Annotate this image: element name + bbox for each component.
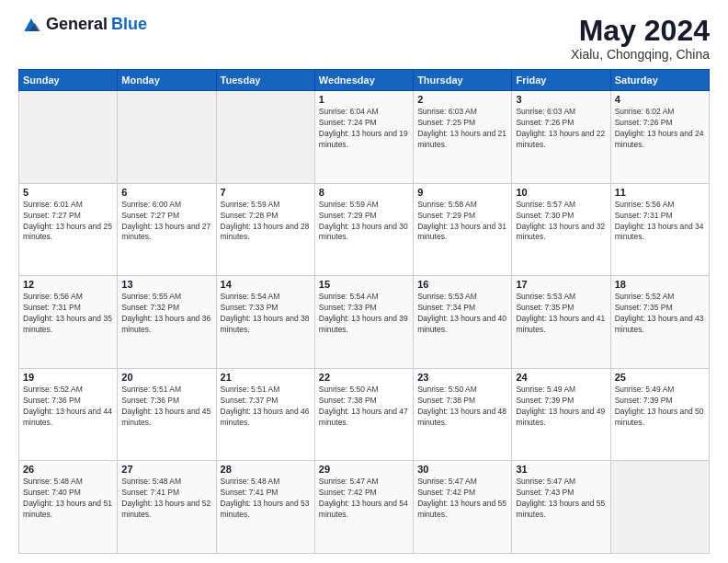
calendar-week-2: 5 Sunrise: 6:01 AMSunset: 7:27 PMDayligh… xyxy=(19,183,710,276)
day-info: Sunrise: 6:03 AMSunset: 7:25 PMDaylight:… xyxy=(417,107,506,149)
calendar-cell xyxy=(19,91,118,184)
calendar-cell: 31 Sunrise: 5:47 AMSunset: 7:43 PMDaylig… xyxy=(512,461,610,554)
day-number: 16 xyxy=(417,279,507,290)
day-number: 22 xyxy=(319,372,409,383)
day-info: Sunrise: 5:55 AMSunset: 7:32 PMDaylight:… xyxy=(121,292,210,334)
day-info: Sunrise: 5:51 AMSunset: 7:37 PMDaylight:… xyxy=(221,385,310,427)
location: Xialu, Chongqing, China xyxy=(571,47,710,62)
day-number: 1 xyxy=(319,94,409,105)
day-number: 8 xyxy=(319,187,409,198)
calendar-cell xyxy=(216,91,314,184)
day-number: 18 xyxy=(615,279,705,290)
day-info: Sunrise: 5:54 AMSunset: 7:33 PMDaylight:… xyxy=(221,292,310,334)
calendar-cell: 7 Sunrise: 5:59 AMSunset: 7:28 PMDayligh… xyxy=(216,183,314,276)
day-info: Sunrise: 5:53 AMSunset: 7:35 PMDaylight:… xyxy=(516,292,605,334)
header-tuesday: Tuesday xyxy=(216,70,314,91)
day-number: 13 xyxy=(121,279,211,290)
logo: General Blue xyxy=(18,15,147,34)
day-number: 31 xyxy=(516,464,606,475)
calendar-body: 1 Sunrise: 6:04 AMSunset: 7:24 PMDayligh… xyxy=(19,91,710,554)
calendar-cell: 19 Sunrise: 5:52 AMSunset: 7:36 PMDaylig… xyxy=(19,368,118,461)
day-info: Sunrise: 5:59 AMSunset: 7:29 PMDaylight:… xyxy=(319,200,408,242)
day-info: Sunrise: 5:57 AMSunset: 7:30 PMDaylight:… xyxy=(516,200,605,242)
logo-general: General xyxy=(46,15,108,34)
weekday-row: Sunday Monday Tuesday Wednesday Thursday… xyxy=(19,70,710,91)
calendar-cell: 22 Sunrise: 5:50 AMSunset: 7:38 PMDaylig… xyxy=(314,368,413,461)
calendar-week-4: 19 Sunrise: 5:52 AMSunset: 7:36 PMDaylig… xyxy=(19,368,710,461)
calendar-cell: 12 Sunrise: 5:56 AMSunset: 7:31 PMDaylig… xyxy=(19,276,118,369)
calendar-cell: 8 Sunrise: 5:59 AMSunset: 7:29 PMDayligh… xyxy=(314,183,413,276)
calendar-cell: 6 Sunrise: 6:00 AMSunset: 7:27 PMDayligh… xyxy=(118,183,216,276)
calendar-cell: 26 Sunrise: 5:48 AMSunset: 7:40 PMDaylig… xyxy=(19,461,118,554)
day-number: 28 xyxy=(221,464,311,475)
day-info: Sunrise: 5:59 AMSunset: 7:28 PMDaylight:… xyxy=(221,200,310,242)
day-number: 17 xyxy=(516,279,606,290)
calendar-page: General Blue May 2024 Xialu, Chongqing, … xyxy=(0,0,728,563)
header-wednesday: Wednesday xyxy=(314,70,413,91)
calendar-cell: 11 Sunrise: 5:56 AMSunset: 7:31 PMDaylig… xyxy=(610,183,709,276)
header-thursday: Thursday xyxy=(414,70,512,91)
day-number: 26 xyxy=(23,464,113,475)
calendar-cell: 27 Sunrise: 5:48 AMSunset: 7:41 PMDaylig… xyxy=(118,461,216,554)
day-number: 23 xyxy=(417,372,507,383)
day-info: Sunrise: 5:48 AMSunset: 7:41 PMDaylight:… xyxy=(221,477,310,519)
day-info: Sunrise: 5:56 AMSunset: 7:31 PMDaylight:… xyxy=(23,292,112,334)
day-info: Sunrise: 5:48 AMSunset: 7:41 PMDaylight:… xyxy=(121,477,210,519)
calendar-table: Sunday Monday Tuesday Wednesday Thursday… xyxy=(18,69,710,554)
calendar-cell: 15 Sunrise: 5:54 AMSunset: 7:33 PMDaylig… xyxy=(314,276,413,369)
calendar-cell: 3 Sunrise: 6:03 AMSunset: 7:26 PMDayligh… xyxy=(512,91,610,184)
calendar-week-5: 26 Sunrise: 5:48 AMSunset: 7:40 PMDaylig… xyxy=(19,461,710,554)
day-number: 29 xyxy=(319,464,409,475)
day-number: 9 xyxy=(417,187,507,198)
day-info: Sunrise: 5:58 AMSunset: 7:29 PMDaylight:… xyxy=(417,200,506,242)
calendar-cell: 24 Sunrise: 5:49 AMSunset: 7:39 PMDaylig… xyxy=(512,368,610,461)
calendar-cell xyxy=(610,461,709,554)
day-number: 11 xyxy=(615,187,705,198)
day-number: 12 xyxy=(23,279,113,290)
day-number: 27 xyxy=(121,464,211,475)
day-info: Sunrise: 5:50 AMSunset: 7:38 PMDaylight:… xyxy=(417,385,506,427)
calendar-cell: 20 Sunrise: 5:51 AMSunset: 7:36 PMDaylig… xyxy=(118,368,216,461)
day-number: 7 xyxy=(221,187,311,198)
logo-icon xyxy=(20,16,42,34)
calendar-cell: 4 Sunrise: 6:02 AMSunset: 7:26 PMDayligh… xyxy=(610,91,709,184)
day-number: 21 xyxy=(221,372,311,383)
day-number: 15 xyxy=(319,279,409,290)
calendar-week-1: 1 Sunrise: 6:04 AMSunset: 7:24 PMDayligh… xyxy=(19,91,710,184)
day-number: 19 xyxy=(23,372,113,383)
day-number: 2 xyxy=(417,94,507,105)
header-monday: Monday xyxy=(118,70,216,91)
calendar-cell: 30 Sunrise: 5:47 AMSunset: 7:42 PMDaylig… xyxy=(414,461,512,554)
calendar-cell: 2 Sunrise: 6:03 AMSunset: 7:25 PMDayligh… xyxy=(414,91,512,184)
day-number: 24 xyxy=(516,372,606,383)
header-saturday: Saturday xyxy=(610,70,709,91)
day-info: Sunrise: 5:52 AMSunset: 7:36 PMDaylight:… xyxy=(23,385,112,427)
calendar-cell: 21 Sunrise: 5:51 AMSunset: 7:37 PMDaylig… xyxy=(216,368,314,461)
header: General Blue May 2024 Xialu, Chongqing, … xyxy=(18,15,710,62)
day-info: Sunrise: 5:54 AMSunset: 7:33 PMDaylight:… xyxy=(319,292,408,334)
calendar-cell: 23 Sunrise: 5:50 AMSunset: 7:38 PMDaylig… xyxy=(414,368,512,461)
calendar-cell: 17 Sunrise: 5:53 AMSunset: 7:35 PMDaylig… xyxy=(512,276,610,369)
day-info: Sunrise: 6:02 AMSunset: 7:26 PMDaylight:… xyxy=(615,107,704,149)
calendar-cell: 14 Sunrise: 5:54 AMSunset: 7:33 PMDaylig… xyxy=(216,276,314,369)
day-number: 3 xyxy=(516,94,606,105)
logo-blue: Blue xyxy=(111,15,147,34)
calendar-cell: 5 Sunrise: 6:01 AMSunset: 7:27 PMDayligh… xyxy=(19,183,118,276)
day-number: 14 xyxy=(221,279,311,290)
calendar-cell: 9 Sunrise: 5:58 AMSunset: 7:29 PMDayligh… xyxy=(414,183,512,276)
header-sunday: Sunday xyxy=(19,70,118,91)
day-info: Sunrise: 5:49 AMSunset: 7:39 PMDaylight:… xyxy=(516,385,605,427)
day-number: 6 xyxy=(121,187,211,198)
day-info: Sunrise: 5:47 AMSunset: 7:42 PMDaylight:… xyxy=(417,477,506,519)
calendar-cell: 18 Sunrise: 5:52 AMSunset: 7:35 PMDaylig… xyxy=(610,276,709,369)
calendar-cell: 29 Sunrise: 5:47 AMSunset: 7:42 PMDaylig… xyxy=(314,461,413,554)
day-info: Sunrise: 6:01 AMSunset: 7:27 PMDaylight:… xyxy=(23,200,112,242)
day-number: 20 xyxy=(121,372,211,383)
day-info: Sunrise: 5:49 AMSunset: 7:39 PMDaylight:… xyxy=(615,385,704,427)
day-info: Sunrise: 5:50 AMSunset: 7:38 PMDaylight:… xyxy=(319,385,408,427)
calendar-cell: 1 Sunrise: 6:04 AMSunset: 7:24 PMDayligh… xyxy=(314,91,413,184)
calendar-week-3: 12 Sunrise: 5:56 AMSunset: 7:31 PMDaylig… xyxy=(19,276,710,369)
calendar-cell: 28 Sunrise: 5:48 AMSunset: 7:41 PMDaylig… xyxy=(216,461,314,554)
day-info: Sunrise: 5:51 AMSunset: 7:36 PMDaylight:… xyxy=(121,385,210,427)
month-year: May 2024 xyxy=(571,15,710,47)
